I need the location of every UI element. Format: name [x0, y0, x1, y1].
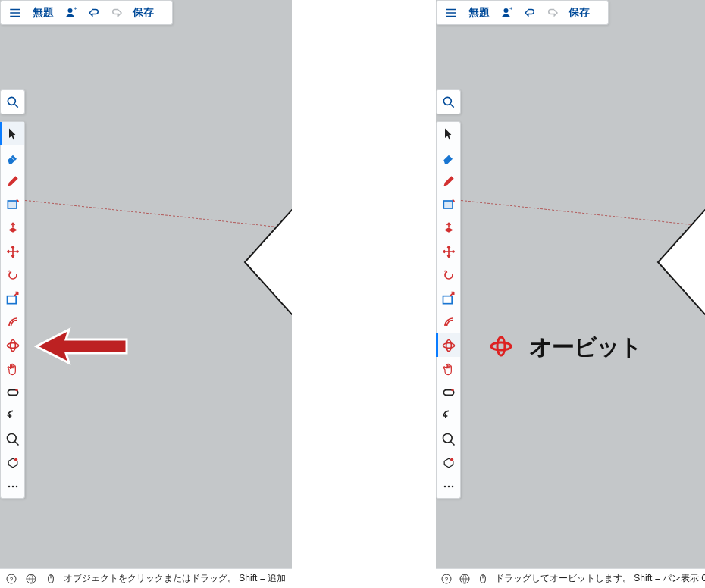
svg-point-31	[443, 433, 452, 443]
eraser-tool-icon[interactable]	[1, 145, 24, 169]
svg-rect-26	[443, 296, 452, 303]
svg-point-42	[491, 342, 511, 350]
tape-tool-icon[interactable]	[437, 380, 460, 404]
svg-point-6	[7, 342, 18, 348]
document-title: 無題	[28, 6, 58, 20]
svg-point-2	[8, 97, 15, 105]
select-tool-icon[interactable]	[1, 122, 24, 145]
svg-line-24	[450, 104, 453, 107]
save-button[interactable]: 保存	[130, 6, 157, 20]
callout-arrow-icon	[34, 326, 129, 368]
more-tool-icon[interactable]	[437, 474, 460, 498]
tape-tool-icon[interactable]	[1, 380, 24, 404]
menu-icon[interactable]	[5, 3, 25, 23]
svg-point-23	[443, 97, 451, 105]
svg-point-30	[451, 389, 453, 391]
app-toolbar: 無題 + 保存	[0, 0, 173, 25]
mouse-icon[interactable]	[44, 572, 58, 586]
help-icon[interactable]: ?	[5, 572, 18, 586]
svg-point-34	[443, 485, 446, 487]
model-face	[236, 209, 292, 315]
tool-palette	[436, 121, 461, 499]
search-icon[interactable]	[436, 89, 461, 114]
user-icon[interactable]: +	[61, 3, 81, 23]
pan-tool-icon[interactable]	[1, 357, 24, 380]
text-tool-icon[interactable]	[1, 404, 24, 427]
move-tool-icon[interactable]	[1, 239, 24, 263]
text-tool-icon[interactable]	[437, 404, 460, 427]
orbit-tool-icon[interactable]	[437, 333, 460, 357]
svg-point-21	[504, 8, 509, 13]
svg-text:+: +	[74, 6, 77, 12]
app-toolbar: 無題 + 保存	[436, 0, 609, 25]
offset-tool-icon[interactable]	[1, 310, 24, 333]
pushpull-tool-icon[interactable]	[437, 216, 460, 239]
status-text: ドラッグしてオービットします。 Shift = パン表示 O	[495, 572, 705, 585]
orbit-tool-icon[interactable]	[1, 333, 24, 357]
app-window-before: 無題 + 保存 ? オブジェクトをクリックまたはドラッグ。 Shift = 追加	[0, 0, 292, 588]
search-icon[interactable]	[0, 89, 25, 114]
rotate-tool-icon[interactable]	[1, 263, 24, 286]
paint-tool-icon[interactable]	[437, 427, 460, 451]
zoom-tool-icon[interactable]	[437, 451, 460, 474]
save-button[interactable]: 保存	[566, 6, 593, 20]
status-text: オブジェクトをクリックまたはドラッグ。 Shift = 追加	[64, 572, 286, 585]
svg-point-15	[15, 485, 17, 487]
svg-point-27	[443, 342, 454, 348]
panel-divider	[292, 0, 436, 588]
pencil-tool-icon[interactable]	[1, 169, 24, 192]
svg-rect-25	[443, 201, 453, 208]
pencil-tool-icon[interactable]	[437, 169, 460, 192]
zoom-tool-icon[interactable]	[1, 451, 24, 474]
svg-point-12	[14, 458, 17, 461]
rectangle-tool-icon[interactable]	[1, 192, 24, 216]
help-icon[interactable]: ?	[440, 572, 453, 586]
menu-icon[interactable]	[441, 3, 461, 23]
tooltip-label: オービット	[529, 332, 642, 363]
select-tool-icon[interactable]	[437, 122, 460, 145]
status-bar: ? オブジェクトをクリックまたはドラッグ。 Shift = 追加	[0, 568, 292, 588]
svg-point-10	[7, 433, 16, 443]
offset-tool-icon[interactable]	[437, 310, 460, 333]
svg-text:?: ?	[10, 575, 14, 582]
undo-icon[interactable]	[520, 3, 540, 23]
tool-palette	[0, 121, 25, 499]
svg-rect-4	[8, 201, 17, 208]
paint-tool-icon[interactable]	[1, 427, 24, 451]
svg-text:?: ?	[445, 575, 449, 582]
svg-point-33	[450, 458, 453, 461]
pushpull-tool-icon[interactable]	[1, 216, 24, 239]
svg-text:+: +	[509, 6, 513, 12]
scale-tool-icon[interactable]	[437, 286, 460, 310]
redo-icon[interactable]	[543, 3, 562, 23]
globe-icon[interactable]	[24, 572, 38, 586]
svg-line-3	[14, 104, 17, 107]
model-face	[649, 209, 705, 315]
svg-point-36	[451, 485, 453, 487]
undo-icon[interactable]	[84, 3, 104, 23]
more-tool-icon[interactable]	[1, 474, 24, 498]
user-icon[interactable]: +	[497, 3, 517, 23]
svg-point-14	[11, 485, 14, 487]
orbit-cursor-icon	[489, 336, 513, 357]
rotate-tool-icon[interactable]	[437, 263, 460, 286]
svg-point-28	[446, 339, 451, 351]
scale-tool-icon[interactable]	[1, 286, 24, 310]
svg-point-7	[10, 339, 15, 351]
globe-icon[interactable]	[459, 572, 471, 586]
move-tool-icon[interactable]	[437, 239, 460, 263]
svg-point-13	[8, 485, 10, 487]
eraser-tool-icon[interactable]	[437, 145, 460, 169]
document-title: 無題	[464, 6, 494, 20]
svg-line-32	[450, 441, 454, 445]
svg-rect-5	[7, 296, 16, 303]
pan-tool-icon[interactable]	[437, 357, 460, 380]
svg-point-35	[447, 485, 450, 487]
mouse-icon[interactable]	[477, 572, 489, 586]
status-bar: ? ドラッグしてオービットします。 Shift = パン表示 O	[436, 568, 705, 588]
svg-point-9	[15, 389, 17, 391]
svg-point-43	[497, 337, 505, 355]
app-window-after: 無題 + 保存 ? ドラッグしてオービットします。 Shift = パン表示 O	[436, 0, 705, 588]
rectangle-tool-icon[interactable]	[437, 192, 460, 216]
redo-icon[interactable]	[107, 3, 127, 23]
